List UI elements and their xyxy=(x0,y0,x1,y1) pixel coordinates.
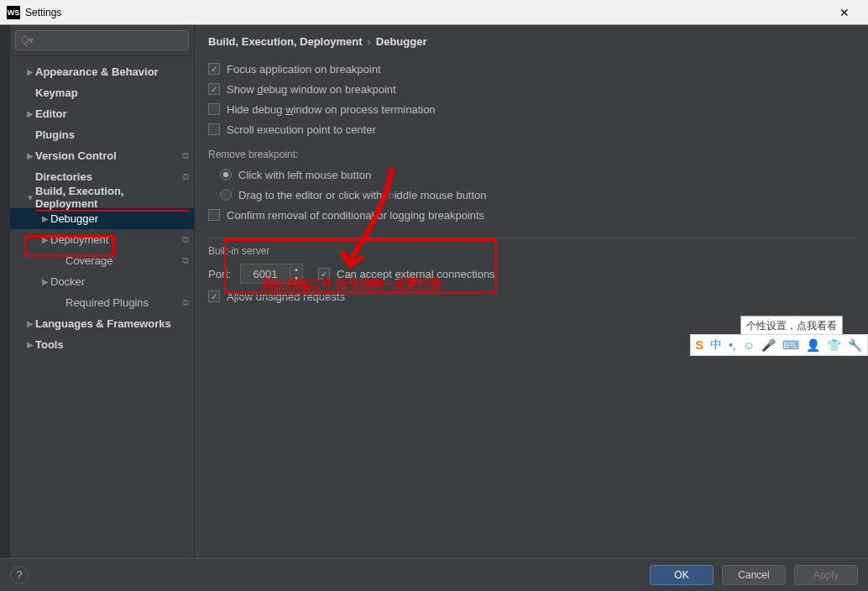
breadcrumb: Build, Execution, Deployment›Debugger xyxy=(208,35,855,48)
sidebar-item-debugger[interactable]: Debugger xyxy=(10,208,194,229)
ime-mic-icon[interactable]: 🎤 xyxy=(761,338,776,352)
opt-focus-application[interactable]: Focus application on breakpoint xyxy=(208,60,855,78)
sidebar-item-label: Build, Execution, Deployment xyxy=(35,185,189,212)
checkbox-icon[interactable] xyxy=(208,103,220,115)
sidebar-item-editor[interactable]: Editor xyxy=(10,103,194,124)
radio-drag-middle[interactable]: Drag to the editor or click with middle … xyxy=(208,186,855,204)
chevron-right-icon[interactable] xyxy=(25,340,35,349)
ime-tool-icon[interactable]: 🔧 xyxy=(848,338,862,352)
sidebar-item-label: Appearance & Behavior xyxy=(35,65,189,78)
radio-icon[interactable] xyxy=(220,169,232,180)
opt-scroll-execution[interactable]: Scroll execution point to center xyxy=(208,120,855,139)
chevron-right-icon[interactable] xyxy=(25,67,35,76)
sidebar-item-label: Languages & Frameworks xyxy=(35,317,189,330)
settings-tree[interactable]: Appearance & BehaviorKeymapEditorPlugins… xyxy=(10,56,194,558)
ime-user-icon[interactable]: 👤 xyxy=(806,338,820,352)
cancel-button[interactable]: Cancel xyxy=(722,565,786,585)
remove-breakpoint-label: Remove breakpoint: xyxy=(208,149,855,160)
sidebar-item-label: Editor xyxy=(35,107,189,120)
sidebar-item-keymap[interactable]: Keymap xyxy=(10,82,194,103)
help-button[interactable]: ? xyxy=(10,566,29,584)
spinner-up-icon[interactable]: ▲ xyxy=(290,264,302,274)
project-scope-icon: ⧉ xyxy=(182,297,189,308)
sidebar-item-label: Version Control xyxy=(35,149,179,162)
annotation-text: 四位的端口号 括号的狗一定要打赏 xyxy=(262,277,442,292)
title-bar: WS Settings ✕ xyxy=(0,0,868,25)
builtin-server-label: Built-in server xyxy=(208,245,855,257)
sidebar-item-label: Deployment xyxy=(50,233,179,246)
checkbox-icon[interactable] xyxy=(208,123,220,135)
opt-confirm-removal[interactable]: Confirm removal of conditional or loggin… xyxy=(208,206,855,224)
ime-lang-icon[interactable]: 中 xyxy=(710,337,722,353)
settings-content: Build, Execution, Deployment›Debugger Fo… xyxy=(195,25,868,558)
project-scope-icon: ⧉ xyxy=(182,255,189,266)
chevron-right-icon[interactable] xyxy=(40,277,50,286)
ime-skin-icon[interactable]: 👕 xyxy=(827,338,841,352)
chevron-down-icon[interactable] xyxy=(25,193,35,202)
sidebar-item-build-execution-deployment[interactable]: Build, Execution, Deployment xyxy=(10,187,194,208)
radio-click-left[interactable]: Click with left mouse button xyxy=(208,165,855,184)
sidebar-item-deployment[interactable]: Deployment⧉ xyxy=(10,229,194,250)
settings-sidebar: Appearance & BehaviorKeymapEditorPlugins… xyxy=(10,25,195,558)
chevron-right-icon[interactable] xyxy=(40,214,50,223)
sidebar-item-label: Directories xyxy=(35,170,179,183)
sidebar-item-tools[interactable]: Tools xyxy=(10,334,194,355)
left-gutter xyxy=(0,25,10,558)
checkbox-icon[interactable] xyxy=(208,209,220,221)
ime-punct-icon[interactable]: •, xyxy=(729,338,736,352)
ime-s-icon[interactable]: S xyxy=(696,338,703,352)
project-scope-icon: ⧉ xyxy=(182,234,189,245)
sidebar-item-appearance-behavior[interactable]: Appearance & Behavior xyxy=(10,61,194,82)
apply-button[interactable]: Apply xyxy=(794,565,858,585)
chevron-right-icon[interactable] xyxy=(25,109,35,118)
sidebar-item-languages-frameworks[interactable]: Languages & Frameworks xyxy=(10,313,194,334)
sidebar-item-label: Keymap xyxy=(35,86,189,99)
close-button[interactable]: ✕ xyxy=(828,0,861,25)
opt-show-debug-window[interactable]: Show debug window on breakpoint xyxy=(208,80,855,98)
checkbox-icon[interactable] xyxy=(208,83,220,95)
chevron-right-icon[interactable] xyxy=(25,319,35,328)
sidebar-item-label: Coverage xyxy=(65,254,179,267)
port-label: Port: xyxy=(208,268,240,280)
sidebar-item-plugins[interactable]: Plugins xyxy=(10,124,194,145)
sidebar-item-label: Docker xyxy=(50,275,189,288)
sidebar-item-label: Required Plugins xyxy=(65,296,179,309)
sidebar-item-label: Debugger xyxy=(50,212,189,225)
radio-icon[interactable] xyxy=(220,189,232,201)
ime-keyboard-icon[interactable]: ⌨ xyxy=(782,338,799,352)
dialog-footer: ? OK Cancel Apply xyxy=(0,558,868,590)
ok-button[interactable]: OK xyxy=(650,565,714,585)
app-icon: WS xyxy=(7,6,20,19)
sidebar-item-coverage[interactable]: Coverage⧉ xyxy=(10,250,194,271)
ime-face-icon[interactable]: ☺ xyxy=(743,338,755,352)
checkbox-icon[interactable] xyxy=(208,290,220,302)
chevron-right-icon[interactable] xyxy=(25,151,35,160)
search-input[interactable] xyxy=(15,30,189,50)
project-scope-icon: ⧉ xyxy=(182,171,189,182)
sidebar-item-label: Plugins xyxy=(35,128,189,141)
window-title: Settings xyxy=(25,7,828,18)
sidebar-item-required-plugins[interactable]: Required Plugins⧉ xyxy=(10,292,194,313)
sidebar-item-version-control[interactable]: Version Control⧉ xyxy=(10,145,194,166)
checkbox-icon[interactable] xyxy=(208,63,220,75)
chevron-right-icon[interactable] xyxy=(40,235,50,244)
project-scope-icon: ⧉ xyxy=(182,150,189,161)
sidebar-item-label: Tools xyxy=(35,338,189,351)
sidebar-item-docker[interactable]: Docker xyxy=(10,271,194,292)
ime-toolbar[interactable]: S 中 •, ☺ 🎤 ⌨ 👤 👕 🔧 xyxy=(690,334,868,356)
opt-hide-debug-window[interactable]: Hide debug window on process termination xyxy=(208,100,855,118)
